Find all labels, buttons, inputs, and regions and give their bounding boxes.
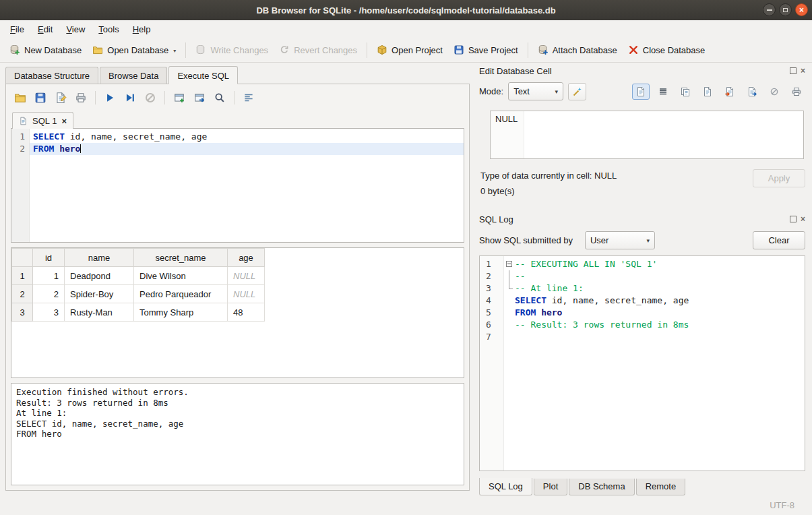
cell-id[interactable]: 1 (33, 267, 65, 285)
cell-name[interactable]: Spider-Boy (65, 285, 134, 303)
import-cell-button[interactable] (721, 84, 739, 100)
sql-tab-1[interactable]: SQL 1 × (12, 112, 73, 129)
sql-tab-close-icon[interactable]: × (61, 117, 67, 125)
undock-icon[interactable] (790, 216, 797, 222)
submitted-by-select[interactable]: User ▾ (585, 231, 655, 249)
column-header-name[interactable]: name (65, 249, 134, 267)
cell-editor-content (524, 111, 803, 158)
tab-plot[interactable]: Plot (534, 479, 567, 495)
mode-select[interactable]: Text ▾ (508, 82, 563, 100)
cell-age[interactable]: 48 (228, 303, 265, 322)
minimize-button[interactable] (763, 3, 776, 16)
column-header-id[interactable]: id (33, 249, 65, 267)
open-sql-tab-button[interactable] (191, 90, 208, 106)
cell-secret-name[interactable]: Pedro Parqueador (134, 285, 228, 303)
print-cell-button[interactable] (788, 84, 805, 100)
save-project-button[interactable]: Save Project (448, 41, 524, 59)
encoding-indicator[interactable]: UTF-8 (770, 500, 794, 510)
format-sql-button[interactable] (241, 90, 257, 106)
tab-execute-sql[interactable]: Execute SQL (168, 66, 238, 84)
menubar: File Edit View Tools Help (0, 20, 812, 38)
attach-database-button[interactable]: Attach Database (532, 41, 623, 59)
message-line: FROM hero (16, 429, 459, 440)
menu-edit[interactable]: Edit (32, 22, 59, 36)
tab-database-structure[interactable]: Database Structure (5, 67, 98, 84)
maximize-button[interactable] (779, 3, 792, 16)
dock-close-icon[interactable]: × (801, 67, 805, 75)
sql-keyword: FROM (33, 144, 54, 154)
cell-id[interactable]: 3 (33, 303, 65, 322)
tab-remote[interactable]: Remote (636, 479, 686, 495)
sql-tabbar: SQL 1 × (9, 109, 466, 128)
fold-spacer (504, 295, 515, 307)
write-changes-button[interactable]: Write Changes (190, 41, 274, 59)
open-database-button[interactable]: Open Database ▾ (87, 41, 181, 59)
sql-table-name: hero (536, 307, 562, 319)
set-null-button[interactable] (766, 84, 783, 100)
new-database-icon (9, 44, 20, 55)
message-line: At line 1: (16, 408, 459, 419)
find-replace-button[interactable] (212, 90, 228, 106)
dock-close-icon[interactable]: × (801, 215, 805, 223)
execution-message-log[interactable]: Execution finished without errors. Resul… (11, 383, 464, 485)
revert-changes-label: Revert Changes (294, 45, 357, 55)
results-grid: id name secret_name age 1 1 Deadpond Div… (11, 247, 464, 378)
auto-switch-mode-button[interactable] (568, 83, 586, 100)
open-database-icon (92, 44, 103, 55)
open-database-dropdown-icon[interactable]: ▾ (173, 48, 176, 55)
cell-editor-area[interactable]: NULL (490, 111, 804, 159)
column-header-secret-name[interactable]: secret_name (134, 249, 228, 267)
cell-name[interactable]: Rusty-Man (65, 303, 134, 322)
cell-age[interactable]: NULL (228, 267, 265, 285)
menu-file[interactable]: File (4, 22, 30, 36)
open-sql-file-button[interactable] (12, 90, 28, 106)
menu-view[interactable]: View (60, 22, 91, 36)
main-content: Database Structure Browse Data Execute S… (0, 63, 812, 495)
new-sql-tab-button[interactable] (171, 90, 187, 106)
save-cell-button[interactable] (699, 84, 716, 100)
row-header[interactable]: 3 (12, 303, 33, 322)
sql-keyword: SELECT (33, 131, 65, 142)
column-header-age[interactable]: age (228, 249, 265, 267)
log-line: FROM hero (504, 307, 805, 319)
open-project-button[interactable]: Open Project (371, 41, 448, 59)
print-sql-button[interactable] (73, 90, 89, 106)
close-button[interactable]: × (795, 3, 808, 16)
cell-id[interactable]: 2 (33, 285, 65, 303)
tab-sql-log[interactable]: SQL Log (479, 478, 532, 495)
fold-marker-icon[interactable] (504, 258, 515, 270)
corner-cell (12, 249, 33, 267)
sql-comment: -- Result: 3 rows returned in 8ms (515, 319, 689, 331)
row-header[interactable]: 1 (12, 267, 33, 285)
clear-button[interactable]: Clear (753, 231, 805, 249)
close-database-button[interactable]: Close Database (623, 41, 711, 59)
apply-button[interactable]: Apply (753, 169, 805, 187)
new-database-button[interactable]: New Database (4, 41, 87, 59)
row-header[interactable]: 2 (12, 285, 33, 303)
tab-db-schema[interactable]: DB Schema (569, 479, 634, 495)
undock-icon[interactable] (790, 67, 797, 74)
export-cell-button[interactable] (743, 84, 761, 100)
menu-tools[interactable]: Tools (92, 22, 125, 36)
sql-editor[interactable]: 1 2 SELECT id, name, secret_name, age FR… (11, 128, 464, 243)
menu-help[interactable]: Help (127, 22, 157, 36)
tab-browse-data[interactable]: Browse Data (100, 67, 167, 84)
cell-secret-name[interactable]: Tommy Sharp (134, 303, 228, 322)
save-sql-as-button[interactable] (53, 90, 69, 106)
execute-all-button[interactable] (102, 90, 118, 106)
word-wrap-button[interactable] (654, 84, 672, 100)
attach-database-label: Attach Database (553, 45, 617, 55)
cell-secret-name[interactable]: Dive Wilson (134, 267, 228, 285)
line-number: 1 (486, 258, 503, 270)
revert-changes-button[interactable]: Revert Changes (274, 41, 363, 59)
chevron-down-icon: ▾ (555, 88, 559, 95)
cell-age[interactable]: NULL (228, 285, 265, 303)
revert-changes-icon (279, 44, 290, 55)
stop-execution-button[interactable] (142, 90, 158, 106)
save-sql-file-button[interactable] (32, 90, 49, 106)
text-mode-button[interactable] (632, 84, 650, 100)
cell-name[interactable]: Deadpond (65, 267, 134, 285)
copy-button[interactable] (677, 84, 694, 100)
sql-log-view[interactable]: 1 2 3 4 5 6 7 -- EXECUTING ALL IN 'SQL 1… (479, 255, 805, 471)
execute-current-line-button[interactable] (122, 90, 138, 106)
